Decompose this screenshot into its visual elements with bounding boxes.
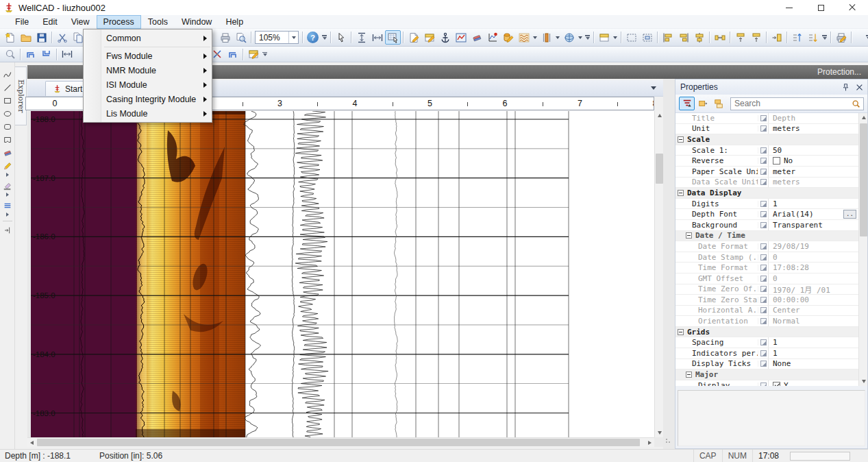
fit-height-button[interactable] [354, 30, 369, 45]
property-row-time-zero-of-[interactable]: Time Zero Of...1970/ 1月 /01 [675, 284, 858, 295]
chevron-right-icon[interactable] [6, 212, 9, 217]
process-menu-item-lis-module[interactable]: Lis Module [84, 106, 212, 121]
seismic-wave-button[interactable] [516, 30, 532, 45]
protection-label[interactable]: Protection... [817, 67, 861, 77]
panel-close-icon[interactable] [856, 84, 863, 90]
property-row-time-zero-start[interactable]: Time Zero Start00:00:00 [675, 295, 858, 306]
property-value[interactable]: None [768, 359, 858, 369]
property-category-data-display[interactable]: Data Display [675, 188, 858, 199]
menu-file[interactable]: File [8, 15, 36, 29]
rounded-rectangle-tool-button[interactable] [1, 120, 14, 133]
horizontal-scrollbar-thumb[interactable] [37, 439, 640, 446]
property-value[interactable]: 1 [768, 348, 858, 358]
property-row-orientation[interactable]: OrientationNormal [675, 316, 858, 327]
menu-window[interactable]: Window [175, 15, 219, 29]
ellipse-tool-button[interactable] [1, 107, 14, 120]
property-row-paper-scale-unit[interactable]: Paper Scale Unitmeter [675, 167, 858, 178]
property-row-display-ticks[interactable]: Display TicksNone [675, 359, 858, 370]
menu-help[interactable]: Help [219, 15, 250, 29]
menu-view[interactable]: View [64, 15, 97, 29]
toolbar-overflow-button[interactable] [865, 32, 868, 44]
property-category-grids[interactable]: Grids [675, 327, 858, 338]
pencil-tool-button[interactable] [1, 159, 14, 172]
collapse-toolbar-button[interactable] [1, 223, 14, 236]
globe-button[interactable] [561, 30, 577, 45]
eraser-tool-button[interactable] [469, 30, 484, 45]
property-category-major[interactable]: Major [675, 369, 858, 380]
sort-descending-button[interactable] [805, 30, 821, 45]
property-row-title[interactable]: TitleDepth [675, 113, 858, 124]
save-button[interactable] [34, 30, 49, 45]
sort-ascending-button[interactable] [789, 30, 805, 45]
line-style-button[interactable] [1, 199, 14, 212]
search-icon[interactable] [852, 99, 860, 108]
property-value[interactable]: meter [768, 167, 858, 177]
property-grid-scrollbar[interactable] [858, 113, 867, 386]
menu-edit[interactable]: Edit [36, 15, 64, 29]
fill-tool-button[interactable] [1, 179, 14, 192]
cylinder-edit-button[interactable] [500, 30, 516, 45]
freehand-tool-button[interactable] [1, 68, 14, 81]
property-row-background[interactable]: BackgroundTransparent [675, 220, 858, 231]
property-value[interactable]: No [768, 156, 858, 166]
minimize-button[interactable] [773, 0, 805, 15]
eraser-tool-button[interactable] [1, 146, 14, 159]
property-row-digits[interactable]: Digits1 [675, 199, 858, 210]
process-menu-item-fws-module[interactable]: Fws Module [84, 49, 212, 63]
checkbox-unchecked[interactable] [773, 157, 780, 165]
pointer-tool-button[interactable] [333, 30, 349, 45]
insert-log-button[interactable] [23, 47, 38, 62]
tab-list-dropdown-icon[interactable] [651, 86, 656, 90]
toolbar-overflow-button[interactable] [584, 32, 591, 44]
property-value[interactable]: 00:00:00 [768, 295, 858, 305]
well-log-canvas[interactable]: -188.0-187.0-186.0-185.0-184.0-183.0 [27, 111, 654, 437]
rectangle-tool-button[interactable] [1, 94, 14, 107]
property-value[interactable]: Transparent [768, 220, 858, 230]
structure-tool-button[interactable] [225, 47, 240, 62]
layout-box-button[interactable] [623, 30, 639, 45]
move-top-button[interactable] [732, 30, 748, 45]
search-input[interactable] [731, 99, 852, 108]
property-value[interactable]: 1 [768, 199, 858, 209]
property-value[interactable]: 0 [768, 252, 858, 263]
property-row-gmt-offset[interactable]: GMT Offset0 [675, 273, 858, 284]
zoom-page-button[interactable] [2, 47, 18, 62]
property-value[interactable]: meters [768, 124, 858, 134]
menu-process[interactable]: Process [97, 15, 141, 29]
crossplot-button[interactable] [484, 30, 500, 45]
edit-table-button[interactable] [245, 47, 261, 62]
collapse-expander-icon[interactable] [686, 232, 692, 239]
property-row-horizontal-a-[interactable]: Horizontal A...Center [675, 306, 858, 317]
property-row-spacing[interactable]: Spacing1 [675, 337, 858, 348]
line-tool-button[interactable] [1, 81, 14, 94]
property-value[interactable]: meters [768, 178, 858, 188]
scroll-up-button[interactable] [859, 113, 867, 122]
property-row-display[interactable]: DisplayY [675, 380, 858, 386]
property-value[interactable]: 1 [768, 337, 858, 348]
align-right-button[interactable] [675, 30, 691, 45]
property-row-scale-1-[interactable]: Scale 1:50 [675, 145, 858, 156]
cut-button[interactable] [54, 30, 70, 45]
chevron-down-icon[interactable] [613, 36, 617, 39]
properties-search-box[interactable] [730, 97, 864, 110]
property-value[interactable]: 17:08:28 [768, 263, 858, 273]
process-menu-item-nmr-module[interactable]: NMR Module [84, 63, 212, 77]
chevron-down-icon[interactable] [578, 36, 582, 39]
property-row-date-stamp-[interactable]: Date Stamp (...0 [675, 252, 858, 263]
close-button[interactable] [836, 0, 868, 15]
ellipsis-editor-button[interactable]: .. [843, 210, 856, 219]
property-row-depth-font[interactable]: Depth FontArial(14).. [675, 209, 858, 220]
well-log-view[interactable]: -188.0-187.0-186.0-185.0-184.0-183.0 [27, 111, 654, 437]
panel-splitter[interactable] [663, 79, 675, 449]
collapse-expander-icon[interactable] [678, 136, 684, 143]
property-pages-button[interactable] [710, 97, 726, 110]
property-row-date-format[interactable]: Date Format29/08/19 [675, 241, 858, 252]
align-center-button[interactable] [691, 30, 707, 45]
alphabetical-view-button[interactable] [695, 97, 710, 110]
property-value[interactable]: Y [768, 380, 858, 386]
zoom-dropdown-arrow[interactable] [288, 32, 298, 43]
explorer-tab[interactable]: Explorer [15, 66, 27, 125]
property-value[interactable]: Depth [768, 113, 858, 123]
print-button[interactable] [217, 30, 233, 45]
vertical-scrollbar[interactable] [654, 111, 663, 437]
